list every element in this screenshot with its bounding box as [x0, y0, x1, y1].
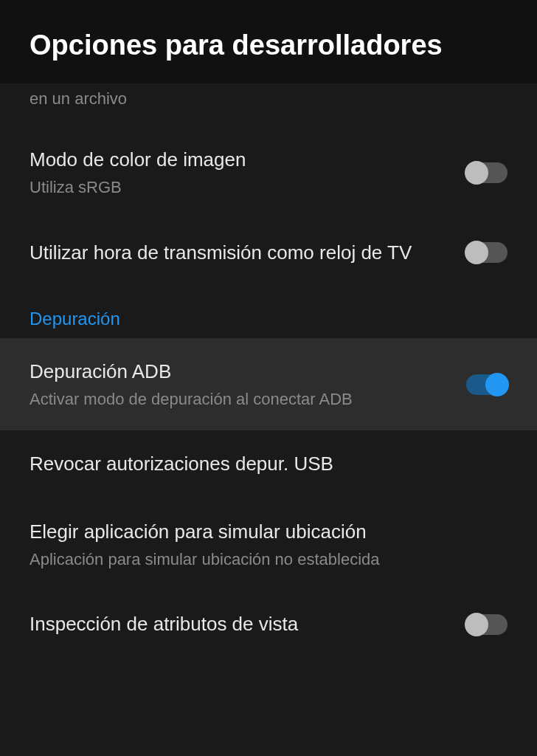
page-title: Opciones para desarrolladores — [30, 30, 507, 61]
toggle-knob — [485, 373, 509, 396]
setting-subtitle: Aplicación para simular ubicación no est… — [30, 549, 493, 571]
setting-title: Modo de color de imagen — [30, 147, 451, 173]
settings-list: en un archivo Modo de color de imagen Ut… — [0, 83, 537, 658]
toggle-color-mode[interactable] — [466, 162, 507, 183]
setting-text: Revocar autorizaciones depur. USB — [30, 451, 507, 477]
setting-color-mode[interactable]: Modo de color de imagen Utiliza sRGB — [0, 126, 537, 219]
setting-title: Depuración ADB — [30, 359, 451, 385]
section-header-debug: Depuración — [0, 286, 537, 338]
setting-title: Inspección de atributos de vista — [30, 611, 451, 637]
setting-text: Inspección de atributos de vista — [30, 611, 466, 637]
setting-text: Modo de color de imagen Utiliza sRGB — [30, 147, 466, 199]
setting-title: Utilizar hora de transmisión como reloj … — [30, 240, 451, 266]
toggle-knob — [465, 241, 488, 264]
toggle-knob — [465, 161, 488, 185]
setting-text: Utilizar hora de transmisión como reloj … — [30, 240, 466, 266]
toggle-view-attributes[interactable] — [466, 614, 507, 635]
setting-title: Elegir aplicación para simular ubicación — [30, 519, 493, 545]
setting-text: Depuración ADB Activar modo de depuració… — [30, 359, 466, 410]
partial-setting-subtitle: en un archivo — [0, 83, 537, 126]
setting-mock-location[interactable]: Elegir aplicación para simular ubicación… — [0, 498, 537, 591]
setting-adb-debug[interactable]: Depuración ADB Activar modo de depuració… — [0, 338, 537, 431]
setting-title: Revocar autorizaciones depur. USB — [30, 451, 493, 477]
setting-subtitle: Utiliza sRGB — [30, 177, 451, 199]
toggle-adb-debug[interactable] — [466, 374, 507, 395]
setting-view-attributes[interactable]: Inspección de atributos de vista — [0, 591, 537, 658]
setting-broadcast-time[interactable]: Utilizar hora de transmisión como reloj … — [0, 219, 537, 286]
header: Opciones para desarrolladores — [0, 0, 537, 83]
setting-subtitle: Activar modo de depuración al conectar A… — [30, 389, 451, 410]
setting-text: Elegir aplicación para simular ubicación… — [30, 519, 507, 571]
toggle-broadcast-time[interactable] — [466, 242, 507, 263]
setting-revoke-usb[interactable]: Revocar autorizaciones depur. USB — [0, 430, 537, 498]
toggle-knob — [465, 613, 488, 636]
